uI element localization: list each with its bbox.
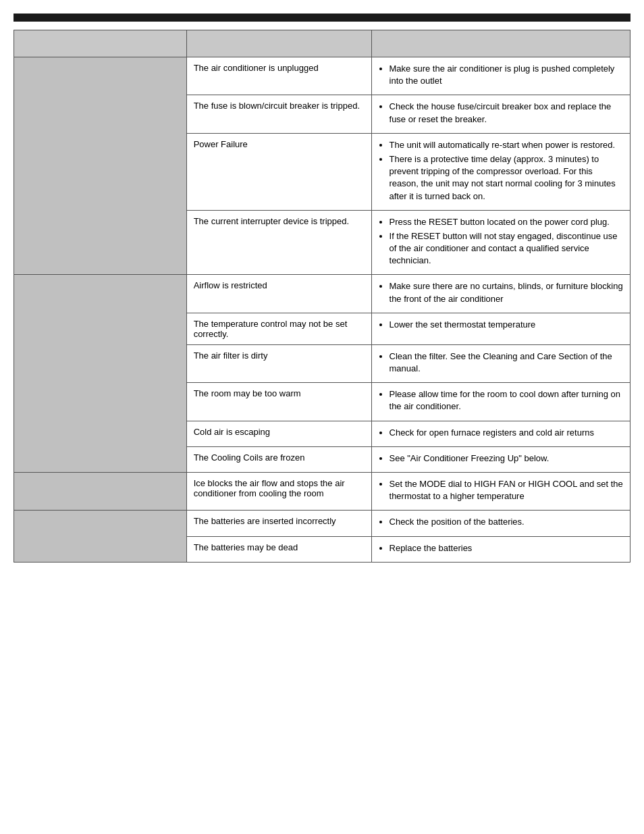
cause-cell: The batteries are inserted incorrectly (186, 511, 371, 536)
remedy-item: The unit will automatically re-start whe… (390, 139, 623, 151)
remedy-cell: The unit will automatically re-start whe… (371, 133, 630, 210)
remedy-item: If the RESET button will not stay engage… (390, 230, 623, 267)
header-problem (14, 30, 187, 57)
cause-cell: The batteries may be dead (186, 536, 371, 562)
remedy-item: Set the MODE dial to HIGH FAN or HIGH CO… (390, 478, 623, 502)
remedy-item: Check the house fuse/circuit breaker box… (390, 101, 623, 125)
remedy-cell: Check for open furnace registers and col… (371, 421, 630, 446)
remedy-item: Lower the set thermostat temperature (390, 319, 623, 331)
header-remedy (371, 30, 630, 57)
remedy-item: Replace the batteries (390, 542, 623, 554)
remedy-cell: Replace the batteries (371, 536, 630, 562)
remedy-cell: Set the MODE dial to HIGH FAN or HIGH CO… (371, 472, 630, 510)
cause-cell: Ice blocks the air flow and stops the ai… (186, 472, 371, 510)
cause-cell: The room may be too warm (186, 383, 371, 421)
remedy-item: Make sure the air conditioner is plug is… (390, 63, 623, 87)
remedy-cell: Make sure the air conditioner is plug is… (371, 57, 630, 95)
section-label-1 (14, 275, 187, 473)
remedy-item: Make sure there are no curtains, blinds,… (390, 280, 623, 305)
cause-cell: The air conditioner is unplugged (186, 57, 371, 95)
cause-cell: Cold air is escaping (186, 421, 371, 446)
remedy-cell: Please allow time for the room to cool d… (371, 383, 630, 421)
remedy-cell: Check the position of the batteries. (371, 511, 630, 536)
remedy-cell: Check the house fuse/circuit breaker box… (371, 95, 630, 133)
cause-cell: The temperature control may not be set c… (186, 313, 371, 344)
cause-cell: Power Failure (186, 133, 371, 210)
page-wrapper: The air conditioner is unpluggedMake sur… (14, 14, 630, 563)
remedy-item: Check for open furnace registers and col… (390, 427, 623, 439)
remedy-cell: Make sure there are no curtains, blinds,… (371, 275, 630, 313)
remedy-cell: Clean the filter. See the Cleaning and C… (371, 344, 630, 382)
section-label-0 (14, 57, 187, 275)
header-cause (186, 30, 371, 57)
remedy-item: Press the RESET button located on the po… (390, 216, 623, 228)
cause-cell: The current interrupter device is trippe… (186, 210, 371, 275)
remedy-cell: Lower the set thermostat temperature (371, 313, 630, 344)
section-label-2 (14, 472, 187, 510)
troubleshooting-table: The air conditioner is unpluggedMake sur… (14, 30, 630, 563)
cause-cell: The air filter is dirty (186, 344, 371, 382)
remedy-item: Please allow time for the room to cool d… (390, 388, 623, 413)
remedy-item: Check the position of the batteries. (390, 516, 623, 528)
top-bar (14, 14, 630, 22)
remedy-cell: See "Air Conditioner Freezing Up" below. (371, 446, 630, 472)
remedy-item: Clean the filter. See the Cleaning and C… (390, 350, 623, 375)
remedy-item: See "Air Conditioner Freezing Up" below. (390, 452, 623, 465)
cause-cell: Airflow is restricted (186, 275, 371, 313)
remedy-cell: Press the RESET button located on the po… (371, 210, 630, 275)
remedy-item: There is a protective time delay (approx… (390, 153, 623, 203)
section-label-3 (14, 511, 187, 562)
cause-cell: The Cooling Coils are frozen (186, 446, 371, 472)
cause-cell: The fuse is blown/circuit breaker is tri… (186, 95, 371, 133)
